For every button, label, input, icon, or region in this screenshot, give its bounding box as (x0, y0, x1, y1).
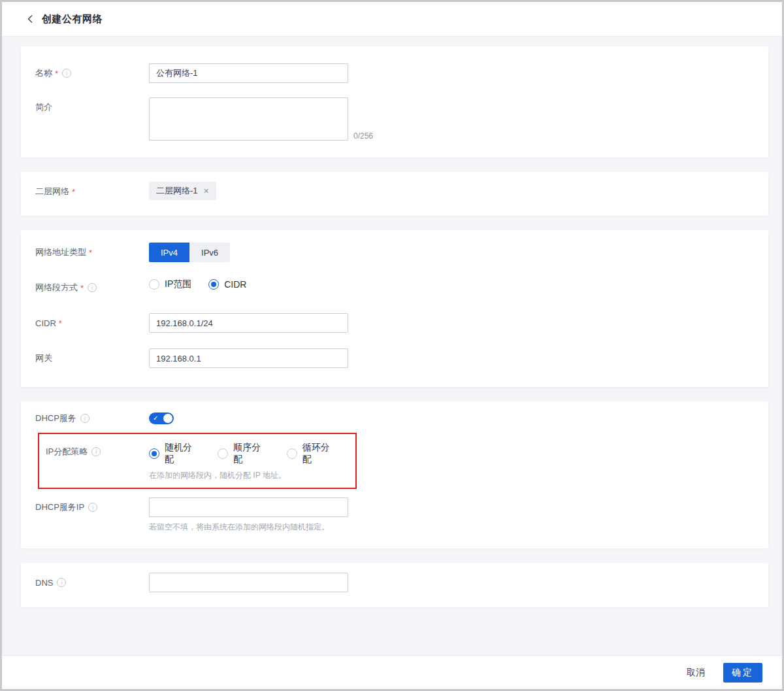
segment-mode-row: 网络段方式 * i IP范围 CIDR (31, 278, 768, 297)
required-mark: * (59, 318, 62, 328)
info-icon[interactable]: i (88, 283, 97, 292)
cidr-row: CIDR * (31, 313, 768, 333)
required-mark: * (80, 283, 84, 293)
dhcp-service-row: DHCP服务 i ✓ (31, 413, 768, 424)
addr-type-field: IPv4 IPv6 (149, 243, 230, 262)
radio-random-label: 随机分配 (165, 442, 201, 465)
name-label-group: 名称 * i (31, 63, 149, 83)
char-counter: 0/256 (353, 131, 373, 141)
segment-mode-field: IP范围 CIDR (149, 278, 263, 291)
segment-mode-label-group: 网络段方式 * i (31, 278, 149, 297)
addr-type-label: 网络地址类型 (35, 246, 86, 258)
description-row: 简介 0/256 (31, 97, 768, 141)
ip-policy-highlight-box: IP分配策略 i 随机分配 顺序分配 (38, 433, 357, 489)
description-label-group: 简介 (31, 97, 149, 117)
l2-network-field: 二层网络-1 × (149, 182, 216, 200)
radio-ip-range[interactable]: IP范围 (149, 278, 191, 290)
gateway-row: 网关 (31, 348, 768, 368)
name-label: 名称 (35, 67, 52, 79)
create-public-network-page: 创建公有网络 名称 * i 简介 0/256 (0, 0, 784, 691)
radio-round-robin-allocation[interactable]: 循环分配 (287, 442, 338, 465)
dns-label-group: DNS i (31, 573, 149, 592)
gateway-field (149, 348, 348, 368)
toggle-check-icon: ✓ (153, 413, 158, 424)
addr-type-segmented: IPv4 IPv6 (149, 243, 230, 262)
cidr-label-group: CIDR * (31, 313, 149, 333)
required-mark: * (89, 248, 92, 258)
dhcp-service-field: ✓ (149, 413, 174, 424)
l2-network-tag-label: 二层网络-1 (156, 185, 198, 197)
l2-network-label-group: 二层网络 * (31, 182, 149, 201)
page-footer: 取消 确定 (2, 655, 782, 689)
radio-selected-icon (208, 279, 219, 290)
ip-policy-help-text: 在添加的网络段内，随机分配 IP 地址。 (149, 470, 355, 481)
dns-label: DNS (35, 578, 53, 588)
addr-type-label-group: 网络地址类型 * (31, 243, 149, 262)
radio-circle-icon (149, 279, 159, 290)
radio-circle-icon (287, 448, 297, 459)
dhcp-ip-input[interactable] (149, 497, 348, 517)
dns-field (149, 573, 348, 592)
dhcp-toggle[interactable]: ✓ (149, 413, 174, 424)
info-icon[interactable]: i (91, 447, 101, 456)
form-body: 名称 * i 简介 0/256 (2, 37, 782, 655)
back-icon[interactable] (27, 14, 33, 24)
page-title: 创建公有网络 (42, 13, 103, 25)
required-mark: * (72, 187, 75, 197)
radio-random-allocation[interactable]: 随机分配 (149, 442, 201, 465)
ip-policy-row: IP分配策略 i 随机分配 顺序分配 (39, 442, 355, 481)
dhcp-ip-help-text: 若留空不填，将由系统在添加的网络段内随机指定。 (149, 522, 348, 533)
dns-row: DNS i (31, 573, 768, 592)
l2-network-tag[interactable]: 二层网络-1 × (149, 182, 216, 200)
ip-policy-field: 随机分配 顺序分配 循环分配 在添加的网络段内，随机分配 IP 地址 (149, 442, 355, 481)
tag-close-icon[interactable]: × (204, 186, 209, 195)
gateway-input[interactable] (149, 348, 348, 368)
ip-policy-label-group: IP分配策略 i (39, 442, 149, 462)
gateway-label: 网关 (35, 352, 52, 364)
radio-selected-icon (149, 448, 159, 459)
radio-round-robin-label: 循环分配 (302, 442, 338, 465)
dhcp-ip-row: DHCP服务IP i 若留空不填，将由系统在添加的网络段内随机指定。 (31, 497, 768, 533)
name-input[interactable] (149, 63, 348, 83)
ip-policy-radio-group: 随机分配 顺序分配 循环分配 (149, 442, 355, 465)
segment-mode-radio-group: IP范围 CIDR (149, 278, 263, 291)
cidr-field (149, 313, 348, 333)
dns-card: DNS i (21, 563, 768, 607)
cidr-label: CIDR (35, 318, 56, 328)
l2-network-card: 二层网络 * 二层网络-1 × (21, 172, 768, 216)
dhcp-service-label-group: DHCP服务 i (31, 413, 149, 424)
cidr-input[interactable] (149, 313, 348, 333)
description-label: 简介 (35, 101, 52, 113)
ip-policy-label: IP分配策略 (46, 446, 88, 458)
dhcp-ip-field: 若留空不填，将由系统在添加的网络段内随机指定。 (149, 497, 348, 533)
description-field: 0/256 (149, 97, 373, 141)
ipv6-button[interactable]: IPv6 (189, 243, 230, 262)
radio-sequential-label: 顺序分配 (233, 442, 269, 465)
gateway-label-group: 网关 (31, 348, 149, 368)
radio-cidr[interactable]: CIDR (208, 279, 246, 290)
dhcp-ip-label: DHCP服务IP (35, 501, 84, 513)
description-textarea[interactable] (149, 97, 348, 141)
info-icon[interactable]: i (80, 414, 90, 423)
l2-network-label: 二层网络 (35, 186, 69, 197)
segment-mode-label: 网络段方式 (35, 282, 78, 294)
network-settings-card: 网络地址类型 * IPv4 IPv6 网络段方式 * i (21, 230, 768, 387)
basic-info-card: 名称 * i 简介 0/256 (21, 46, 768, 158)
addr-type-row: 网络地址类型 * IPv4 IPv6 (31, 243, 768, 262)
confirm-button[interactable]: 确定 (723, 663, 762, 683)
dhcp-card: DHCP服务 i ✓ IP分配策略 i (21, 401, 768, 548)
dhcp-ip-label-group: DHCP服务IP i (31, 497, 149, 517)
info-icon[interactable]: i (62, 69, 71, 78)
radio-sequential-allocation[interactable]: 顺序分配 (218, 442, 269, 465)
cancel-button[interactable]: 取消 (687, 667, 705, 679)
dns-input[interactable] (149, 573, 348, 592)
page-header: 创建公有网络 (2, 2, 782, 37)
info-icon[interactable]: i (88, 503, 97, 512)
radio-cidr-label: CIDR (224, 279, 246, 290)
name-field (149, 63, 348, 83)
ipv4-button[interactable]: IPv4 (149, 243, 189, 262)
info-icon[interactable]: i (57, 578, 66, 587)
radio-circle-icon (218, 448, 228, 459)
required-mark: * (55, 69, 58, 78)
name-row: 名称 * i (31, 63, 768, 83)
